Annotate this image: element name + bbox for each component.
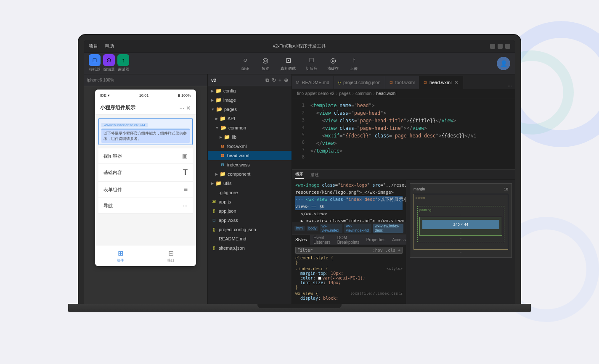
css-selector-wx-view: wx-view { [295, 291, 318, 296]
tree-item-component[interactable]: ▶ 📁 component [208, 169, 292, 179]
tree-item-app-wxss[interactable]: ⊡ app.wxss [208, 216, 292, 225]
menu-item-project[interactable]: 项目 [89, 43, 98, 49]
wxml-icon: ⊡ [220, 153, 225, 158]
menu-label-view-container: 视图容器 [103, 153, 122, 159]
close-button[interactable] [505, 44, 510, 49]
refresh-icon[interactable]: ↻ [272, 77, 276, 83]
styles-tab-event-listeners[interactable]: Event Listeners [310, 235, 334, 245]
bottom-tab-overview[interactable]: 概图 [295, 171, 304, 179]
tree-item-gitignore[interactable]: .gitignore [208, 188, 292, 197]
el-tag-html[interactable]: html [294, 226, 305, 231]
styles-tab-dom-breakpoints[interactable]: DOM Breakpoints [334, 235, 363, 245]
tree-item-image[interactable]: ▶ 📁 image [208, 95, 292, 105]
styles-tab-accessibility[interactable]: Accessibility [389, 235, 406, 245]
editor-button[interactable]: ⊙ 编辑器 [103, 54, 115, 72]
tree-item-config[interactable]: ▶ 📁 config [208, 86, 292, 95]
html-line-2: resources/kind/logo.png">_</wx-image> [295, 189, 403, 196]
chevron-icon: ▶ [211, 182, 214, 185]
menu-item-help[interactable]: 帮助 [105, 43, 114, 49]
bottom-panel: 概图 描述 <wx-image class="index-logo" src="… [292, 169, 515, 304]
tree-item-head-wxml[interactable]: ⊡ head.wxml [208, 151, 292, 160]
el-tag-body[interactable]: body [307, 226, 318, 231]
css-rule-wx-view: wx-view { localfile:/.index.css:2 displa… [295, 291, 403, 301]
laptop-base-notch [257, 304, 342, 308]
tree-icons: ⧉ ↻ + ⊕ [265, 77, 288, 83]
tree-item-pages[interactable]: ▼ 📂 pages [208, 105, 292, 114]
chevron-icon: ▶ [220, 135, 222, 139]
user-avatar[interactable]: 👤 [497, 57, 510, 70]
breadcrumb-item-pages[interactable]: pages [339, 91, 350, 96]
tree-item-utils[interactable]: ▶ 📁 utils [208, 179, 292, 188]
breadcrumb-item-file[interactable]: head.wxml [376, 91, 397, 96]
json-icon: {} [211, 209, 217, 213]
tree-label: pages [224, 107, 237, 112]
compile-button[interactable]: ○ 编译 [240, 55, 250, 71]
tab-close-icon[interactable]: ✕ [454, 79, 459, 85]
device-label: iphone6 100% [87, 78, 114, 82]
bottom-tab-description[interactable]: 描述 [310, 171, 319, 179]
tree-item-project-config[interactable]: {} project.config.json [208, 225, 292, 234]
tree-label: head.wxml [227, 153, 249, 158]
html-line-3: ··· <wx-view class="index-desc">以下将展示小程序… [295, 196, 403, 203]
chevron-icon: ▶ [211, 98, 214, 102]
menu-bar: 项目 帮助 [89, 43, 114, 49]
nav-item-api[interactable]: ⊟ 接口 [146, 245, 196, 266]
tab-label: project.config.json [343, 80, 381, 85]
maximize-button[interactable] [498, 44, 503, 49]
tree-item-readme[interactable]: README.md [208, 234, 292, 243]
new-folder-icon[interactable]: ⊕ [284, 77, 288, 83]
menu-item-form[interactable]: 表单组件 ≡ [98, 182, 193, 198]
phone-status-time: 10:01 [139, 93, 149, 98]
styles-tab-properties[interactable]: Properties [363, 235, 389, 245]
tab-project-config[interactable]: {} project.config.json [334, 76, 385, 89]
phone-bottom-nav: ⊞ 组件 ⊟ 接口 [95, 245, 196, 266]
tree-item-app-json[interactable]: {} app.json [208, 206, 292, 216]
tree-item-sitemap[interactable]: {} sitemap.json [208, 243, 292, 253]
tree-item-api[interactable]: ▶ 📁 API [208, 114, 292, 123]
tab-foot-wxml[interactable]: ⊡ foot.wxml [385, 76, 419, 89]
tree-label: app.wxss [219, 218, 238, 223]
css-filter[interactable]: Filter :hov .cls + [295, 247, 403, 254]
tree-item-index-wxss[interactable]: ⊡ index.wxss [208, 160, 292, 169]
tree-item-app-js[interactable]: JS app.js [208, 197, 292, 206]
css-pseudo-buttons[interactable]: :hov .cls + [373, 248, 400, 253]
el-tag-wx-view-index[interactable]: wx-view.index [320, 224, 343, 233]
simulator-button[interactable]: □ 模拟器 [89, 54, 101, 72]
nav-item-components[interactable]: ⊞ 组件 [95, 245, 146, 266]
folder-icon: 📁 [215, 88, 222, 94]
html-line-4: view> == $0 [295, 203, 403, 210]
tab-readme[interactable]: M README.md [292, 76, 334, 89]
tab-icon: M [296, 80, 300, 84]
folder-icon: 📁 [220, 116, 226, 121]
tab-overflow-button[interactable]: ··· [504, 83, 515, 89]
folder-icon-open: 📂 [216, 106, 223, 112]
laptop-screen-border: 项目 帮助 v2-FinClip小程序开发工具 □ 模拟器 [79, 35, 520, 304]
menu-item-basic-content[interactable]: 基础内容 T [98, 164, 193, 182]
clear-cache-button[interactable]: ◎ 清缓存 [327, 55, 339, 71]
collapse-all-icon[interactable]: ⧉ [265, 77, 269, 83]
code-editor[interactable]: 1 2 3 4 5 6 7 8 <templa [292, 98, 515, 169]
tree-item-common[interactable]: ▼ 📂 common [208, 123, 292, 132]
new-file-icon[interactable]: + [278, 77, 281, 83]
line-numbers: 1 2 3 4 5 6 7 8 [292, 98, 307, 169]
minimize-button[interactable] [490, 44, 495, 49]
el-tag-wx-view-index-hd[interactable]: wx-view.index-hd [344, 224, 371, 233]
preview-button[interactable]: ◎ 预览 [260, 55, 270, 71]
upload-button[interactable]: ↑ 上传 [349, 55, 359, 71]
debugger-button[interactable]: ↑ 调试器 [117, 54, 129, 72]
menu-icon-basic-content: T [183, 168, 188, 177]
breadcrumb-item-common[interactable]: common [355, 91, 371, 96]
phone-status-right: ▮ 100% [178, 93, 191, 98]
background-button[interactable]: □ 切后台 [306, 55, 317, 71]
menu-item-nav[interactable]: 导航 ··· [98, 198, 193, 214]
menu-item-view-container[interactable]: 视图容器 ▣ [98, 148, 193, 164]
tab-head-wxml[interactable]: ⊡ head.wxml ✕ [419, 76, 463, 89]
device-debug-button[interactable]: ⊡ 真机调试 [281, 55, 296, 71]
tree-item-foot-wxml[interactable]: ⊡ foot.wxml [208, 142, 292, 151]
styles-tab-styles[interactable]: Styles [292, 235, 310, 245]
el-tag-wx-view-index-desc[interactable]: wx-view.index-desc [373, 224, 403, 233]
tree-item-lib[interactable]: ▶ 📁 lib [208, 132, 292, 142]
breadcrumb-item-root[interactable]: fino-applet-demo-v2 [297, 91, 334, 96]
nav-icon-components: ⊞ [118, 249, 123, 257]
background-icon: □ [307, 55, 317, 65]
